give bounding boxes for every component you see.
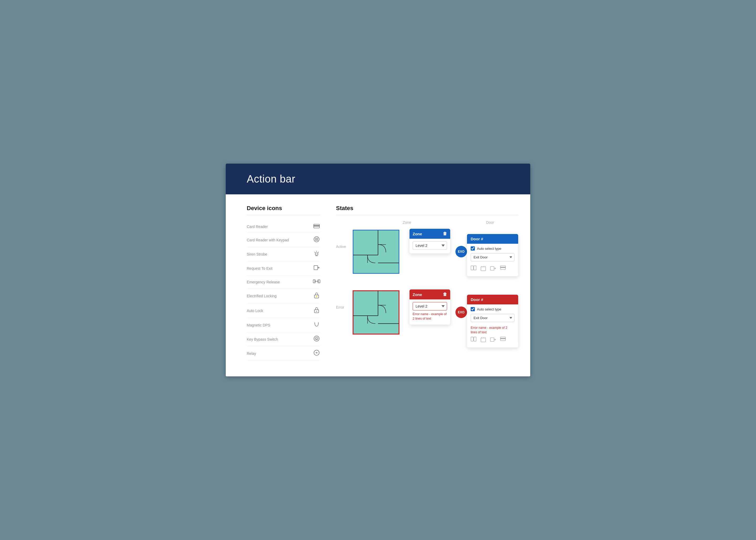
door-icon-2[interactable] <box>481 337 486 344</box>
active-zone-section: Zone 🗑 Level 2 EXO <box>352 229 467 275</box>
svg-rect-35 <box>353 230 399 273</box>
svg-point-8 <box>317 239 318 240</box>
zone-trash-icon[interactable]: 🗑 <box>443 292 447 297</box>
device-label: Relay <box>247 351 256 356</box>
door-column-header: Door <box>462 220 518 224</box>
door-icon-3[interactable] <box>490 266 496 273</box>
device-label: Auto Lock <box>247 309 263 313</box>
active-zone-popup: Zone 🗑 Level 2 <box>409 229 450 253</box>
door-popup-title: Door # <box>471 237 483 241</box>
list-item: Siren Strobe <box>247 247 320 261</box>
active-door-section: Door # Auto select type Exit Door <box>467 229 518 276</box>
door-icon-3[interactable] <box>490 337 496 344</box>
svg-line-14 <box>318 252 319 253</box>
device-label: Siren Strobe <box>247 252 267 256</box>
door-icon-4[interactable] <box>500 266 506 273</box>
door-icon-2[interactable] <box>481 266 486 273</box>
error-checkbox-row: Auto select type <box>471 307 514 311</box>
list-item: Relay <box>247 346 320 361</box>
svg-point-5 <box>317 238 318 239</box>
error-checkbox-label: Auto select type <box>477 307 501 311</box>
active-door-type-select[interactable]: Exit Door <box>471 253 514 261</box>
svg-point-3 <box>315 238 316 239</box>
device-label: Electrified Locking <box>247 294 277 298</box>
svg-rect-51 <box>500 267 505 268</box>
sections: Device icons Card Reader Card Reader wit… <box>247 205 509 361</box>
zone-trash-icon[interactable]: 🗑 <box>443 231 447 236</box>
active-checkbox-row: Auto select type <box>471 246 514 251</box>
card-reader-keypad-icon <box>313 236 320 244</box>
svg-rect-43 <box>474 266 476 270</box>
error-row-label: Error <box>336 289 352 309</box>
error-exo-badge: EXO <box>456 307 467 318</box>
error-state-row: Error <box>336 289 518 347</box>
svg-line-34 <box>316 352 317 353</box>
device-label: Key Bypass Switch <box>247 337 278 341</box>
active-zone-select[interactable]: Level 2 <box>413 241 447 250</box>
svg-rect-59 <box>474 337 476 341</box>
list-item: Card Reader with Keypad <box>247 233 320 247</box>
error-door-type-select[interactable]: Exit Door <box>471 314 514 322</box>
error-door-popup-body: Auto select type Exit Door Error name - … <box>467 304 518 347</box>
list-item: Key Bypass Switch B <box>247 332 320 346</box>
relay-icon <box>313 349 320 357</box>
door-icon-4[interactable] <box>500 337 506 344</box>
content: Device icons Card Reader Card Reader wit… <box>226 195 530 376</box>
device-label: Magnetic DPS <box>247 323 270 327</box>
auto-lock-icon: A <box>313 307 320 315</box>
column-headers: Zone Door <box>336 220 518 224</box>
device-label: Emergency Release <box>247 280 280 284</box>
list-item: Auto Lock A <box>247 303 320 318</box>
svg-text:A: A <box>316 310 317 313</box>
svg-rect-63 <box>481 338 486 342</box>
svg-text:⚡: ⚡ <box>315 295 318 298</box>
error-floorplan <box>352 289 404 336</box>
svg-rect-17 <box>314 266 318 270</box>
svg-rect-52 <box>353 291 399 334</box>
error-door-popup-header: Door # <box>467 295 518 304</box>
states-title: States <box>336 205 518 215</box>
device-label: Card Reader with Keypad <box>247 238 289 242</box>
active-floorplan <box>352 229 404 275</box>
zone-popup-title: Zone <box>413 232 422 236</box>
svg-rect-58 <box>471 337 473 341</box>
door-icon-1[interactable] <box>471 266 477 273</box>
svg-point-4 <box>316 238 317 239</box>
active-row-label: Active <box>336 229 352 249</box>
active-door-popup-body: Auto select type Exit Door <box>467 244 518 276</box>
svg-rect-20 <box>318 280 320 283</box>
header: Action bar <box>226 164 530 195</box>
left-panel: Device icons Card Reader Card Reader wit… <box>247 205 320 361</box>
magnetic-dps-icon <box>313 321 320 329</box>
svg-rect-15 <box>315 253 318 255</box>
device-icons-title: Device icons <box>247 205 320 215</box>
siren-strobe-icon <box>313 250 320 258</box>
error-zone-select[interactable]: Level 2 <box>413 302 447 311</box>
request-to-exit-icon <box>313 264 320 272</box>
door-icon-1[interactable] <box>471 337 477 344</box>
key-bypass-switch-icon: B <box>313 336 320 343</box>
state-rows: Active <box>336 229 518 347</box>
active-door-popup-header: Door # <box>467 234 518 244</box>
svg-line-13 <box>314 252 315 253</box>
active-checkbox-label: Auto select type <box>477 247 501 251</box>
svg-rect-19 <box>313 280 315 283</box>
emergency-release-icon <box>313 279 320 285</box>
error-door-icons-row <box>471 337 514 344</box>
svg-point-7 <box>316 239 317 240</box>
svg-rect-64 <box>490 338 494 341</box>
svg-point-6 <box>315 239 316 240</box>
electrified-locking-icon: ⚡ <box>313 292 320 300</box>
svg-point-11 <box>317 240 318 241</box>
error-auto-select-checkbox[interactable] <box>471 307 475 311</box>
svg-point-10 <box>316 240 317 241</box>
zone-error-text: Error name - example of 2 lines of text <box>413 312 447 321</box>
svg-rect-1 <box>314 225 319 226</box>
zone-popup-title: Zone <box>413 292 422 297</box>
svg-rect-42 <box>471 266 473 270</box>
list-item: Electrified Locking ⚡ <box>247 289 320 303</box>
list-item: Card Reader <box>247 220 320 233</box>
active-auto-select-checkbox[interactable] <box>471 246 475 251</box>
svg-rect-47 <box>481 267 486 271</box>
right-panel: States Zone Door Active <box>336 205 518 361</box>
